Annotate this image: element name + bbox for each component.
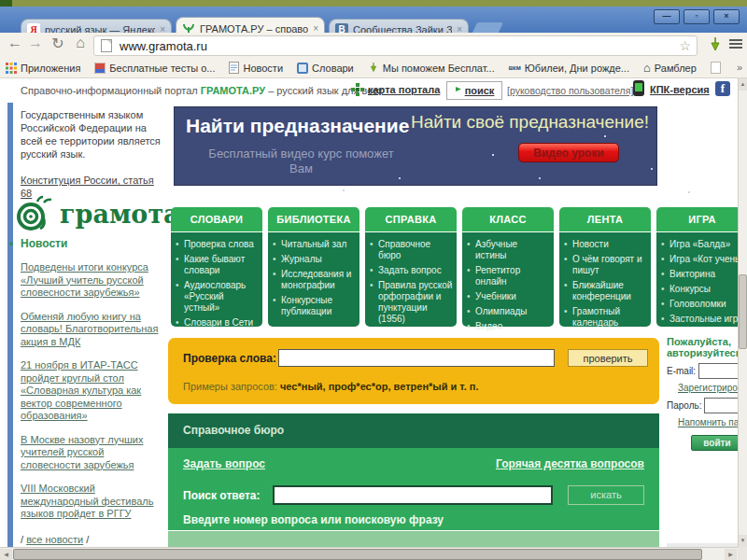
scroll-right-icon[interactable]: ▶ <box>725 549 737 560</box>
password-field[interactable] <box>704 398 738 413</box>
vertical-scroll-thumb[interactable] <box>739 274 747 349</box>
news-link[interactable]: 21 ноября в ИТАР-ТАСС пройдет круглый ст… <box>21 359 162 423</box>
register-link[interactable]: Зарегистрироваться <box>678 383 738 393</box>
bookmark-apps[interactable]: Приложения <box>6 63 80 74</box>
bookmark-star-icon[interactable]: ☆ <box>679 38 691 53</box>
ad-banner[interactable]: Найти предназначение Бесплатный видео ку… <box>174 106 657 186</box>
url-text[interactable]: www.gramota.ru <box>120 39 679 53</box>
pda-version-link[interactable]: КПК-версия <box>650 84 710 95</box>
all-news-link[interactable]: все новости <box>26 534 83 545</box>
search-link[interactable]: поиск <box>465 85 495 96</box>
brand-name: ГРАМОТА.РУ <box>201 85 265 96</box>
horizontal-scroll-thumb[interactable] <box>13 549 702 560</box>
answer-search-label: Поиск ответа: <box>183 489 261 502</box>
bookmarks-overflow-icon[interactable]: » <box>737 62 742 73</box>
book-icon <box>297 63 308 74</box>
all-news: / все новости / <box>21 534 162 545</box>
nav-item[interactable]: Грамотный календарь <box>564 306 648 329</box>
remind-password-link[interactable]: Напомнить пароль <box>678 417 738 427</box>
nav-item[interactable]: Словари в Сети <box>176 317 260 329</box>
nav-column-klass: КЛАСС Азбучные истины Репетитор онлайн У… <box>462 207 554 327</box>
nav-item[interactable]: Головоломки <box>661 299 738 310</box>
nav-item[interactable]: Задать вопрос <box>370 265 454 276</box>
nav-item[interactable]: Учебники <box>467 291 551 302</box>
news-link[interactable]: Подведены итоги конкурса «Лучший учитель… <box>21 261 162 300</box>
nav-column-title[interactable]: ЛЕНТА <box>559 207 651 231</box>
search-answer-button[interactable]: искать <box>568 485 644 505</box>
manual-link[interactable]: [руководство пользователя] <box>507 85 633 96</box>
nav-item[interactable]: Читальный зал <box>273 239 357 250</box>
nav-item[interactable]: Конкурсные публикации <box>273 295 357 317</box>
scroll-up-icon[interactable]: ▲ <box>739 78 747 91</box>
email-label: E-mail: <box>667 366 696 376</box>
desktop-strip <box>0 0 747 7</box>
check-button[interactable]: проверить <box>568 349 648 367</box>
horizontal-scrollbar[interactable]: ◀ ▶ <box>0 547 738 560</box>
nav-item[interactable]: Новости <box>564 239 648 250</box>
bookmark-jubilee[interactable]: ВКМ Юбилеи, Дни рожде... <box>509 63 629 74</box>
reload-icon[interactable]: ↻ <box>49 35 67 52</box>
site-map-link[interactable]: карта портала <box>368 84 440 95</box>
nav-item[interactable]: Какие бывают словари <box>176 254 260 276</box>
nav-item[interactable]: Конкурсы <box>661 284 738 295</box>
home-icon[interactable]: ⌂ <box>71 35 90 51</box>
minimize-button[interactable]: — <box>654 9 680 24</box>
nav-item[interactable]: Азбучные истины <box>467 239 551 261</box>
nav-column-title[interactable]: ИГРА <box>656 207 738 231</box>
main-navigation: СЛОВАРИ Проверка слова Какие бывают слов… <box>168 207 738 334</box>
menu-icon[interactable] <box>729 39 742 50</box>
hot-ten-link[interactable]: Горячая десятка вопросов <box>496 457 644 470</box>
vertical-scrollbar[interactable]: ▲ ▼ <box>738 78 747 547</box>
download-extension-icon[interactable] <box>707 35 724 56</box>
news-link[interactable]: В Москве назовут лучших учителей русской… <box>21 434 162 472</box>
nav-item[interactable]: Олимпиады <box>467 306 551 317</box>
nav-column-title[interactable]: КЛАСС <box>462 207 554 231</box>
nav-item[interactable]: Правила русской орфографии и пунктуации … <box>370 280 454 325</box>
constitution-note: Государственным языком Российской Федера… <box>21 108 162 200</box>
back-icon[interactable]: ← <box>6 35 24 51</box>
bookmark-blank[interactable] <box>711 62 721 74</box>
nav-item[interactable]: Аудиословарь «Русский устный» <box>176 280 260 314</box>
nav-item[interactable]: Викторина <box>661 269 738 280</box>
ask-question-link[interactable]: Задать вопрос <box>183 457 265 470</box>
video-lessons-button[interactable]: Видео уроки <box>518 143 619 162</box>
nav-column-title[interactable]: СПРАВКА <box>365 207 457 231</box>
login-button[interactable]: войти <box>691 435 738 451</box>
nav-item[interactable]: Исследования и монографии <box>273 269 357 291</box>
nav-column-title[interactable]: СЛОВАРИ <box>171 207 262 231</box>
word-check-panel: Проверка слова: проверить Примеры запрос… <box>168 338 659 404</box>
nav-column-title[interactable]: БИБЛИОТЕКА <box>268 207 359 231</box>
house-icon: ⌂ <box>643 61 651 75</box>
nav-item[interactable]: Справочное бюро <box>370 239 454 261</box>
news-link[interactable]: VIII Московский международный фестиваль … <box>21 483 162 521</box>
bookmark-news[interactable]: Новости <box>229 62 283 74</box>
bookmark-rambler[interactable]: ⌂ Рамблер <box>643 61 697 75</box>
nav-item[interactable]: Проверка слова <box>176 239 260 250</box>
nav-item[interactable]: Ближайшие конференции <box>564 280 648 302</box>
scroll-left-icon[interactable]: ◀ <box>0 549 12 560</box>
bookmark-dictionaries[interactable]: Словари <box>297 63 354 74</box>
scroll-down-icon[interactable]: ▼ <box>739 535 747 547</box>
search-box[interactable]: поиск <box>446 81 502 100</box>
maximize-button[interactable]: ▫ <box>684 9 710 24</box>
query-examples: Примеры запросов: чес*ный, проф*ес*ор, в… <box>183 381 479 392</box>
nav-item[interactable]: Игра «Кот ученый» <box>661 254 738 265</box>
word-check-input[interactable] <box>278 349 555 367</box>
nav-item[interactable]: Застольные игры <box>661 314 738 325</box>
answer-search-input[interactable] <box>273 485 553 505</box>
nav-item[interactable]: О чём говорят и пишут <box>564 254 648 276</box>
bookmark-tests[interactable]: Бесплатные тесты о... <box>94 63 215 74</box>
address-bar[interactable]: www.gramota.ru ☆ <box>93 35 698 56</box>
news-link[interactable]: Обменяй любую книгу на словарь! Благотво… <box>21 311 162 349</box>
facebook-icon[interactable]: f <box>715 81 730 96</box>
bookmark-helper[interactable]: Мы поможем Бесплат... <box>368 62 495 74</box>
nav-item[interactable]: Игра «Балда» <box>661 239 738 250</box>
forward-icon[interactable]: → <box>26 35 45 51</box>
nav-item[interactable]: Видео <box>467 321 551 332</box>
nav-column-slovari: СЛОВАРИ Проверка слова Какие бывают слов… <box>171 207 262 327</box>
help-desk-footer-strip <box>168 531 659 547</box>
email-field[interactable] <box>698 363 738 379</box>
close-button[interactable]: × <box>713 9 740 24</box>
nav-item[interactable]: Журналы <box>273 254 357 265</box>
nav-item[interactable]: Репетитор онлайн <box>467 265 551 287</box>
